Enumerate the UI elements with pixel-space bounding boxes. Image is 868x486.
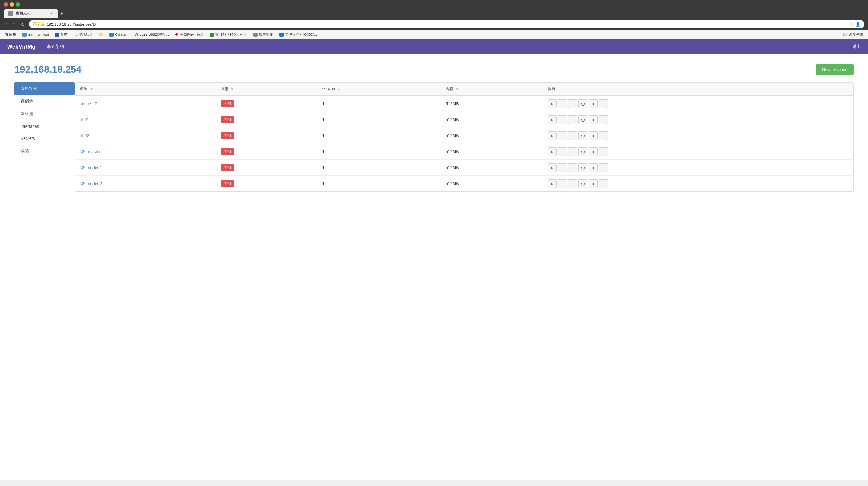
stop-button[interactable] <box>589 116 598 124</box>
app-logo[interactable]: WebVirtMgr <box>7 44 37 50</box>
sidebar-label-network-pool: 网络池 <box>21 111 33 116</box>
status-badge: 关闭 <box>221 148 234 155</box>
more-button[interactable] <box>599 179 608 188</box>
play-button[interactable] <box>548 116 557 124</box>
stop-button[interactable] <box>589 131 598 140</box>
bookmark-w-link[interactable]: W 0329 S9820替换... <box>133 31 170 38</box>
minimize-button[interactable] <box>10 2 14 7</box>
power-button[interactable] <box>578 163 587 172</box>
col-memory[interactable]: 内存 ▼ <box>441 83 543 96</box>
stop-button[interactable] <box>589 99 598 108</box>
pause-button[interactable] <box>558 116 567 124</box>
power-button[interactable] <box>578 131 587 140</box>
profile-icon[interactable]: 👤 <box>855 22 860 27</box>
youdao-icon: 有 <box>175 32 179 37</box>
bookmark-ip-link[interactable]: 10.143.214.25:8000 <box>209 32 249 37</box>
power-button[interactable] <box>578 147 587 156</box>
sidebar-item-interfaces[interactable]: Interfaces <box>14 120 75 132</box>
instances-tbody: centos_7关闭1512MBdb01关闭1512MBdb02关闭1512MB… <box>75 96 853 191</box>
sidebar-item-storage-pool[interactable]: 存储池 <box>14 95 75 108</box>
bookmark-baidu-yunwei[interactable]: baidu yunwei <box>21 32 50 37</box>
bookmark-w-label: 0329 S9820替换... <box>140 32 169 37</box>
memory-sort-icon: ▼ <box>456 87 459 91</box>
pause-button[interactable] <box>558 179 567 188</box>
play-button[interactable] <box>548 131 557 140</box>
bookmark-baidu-search[interactable]: 百度一下，你就知道 <box>54 31 94 38</box>
more-button[interactable] <box>599 116 608 124</box>
sidebar-item-overview[interactable]: 概览 <box>14 144 75 157</box>
action-buttons <box>548 163 848 172</box>
pause-button[interactable] <box>558 131 567 140</box>
bookmark-folder[interactable]: 📁 <box>98 32 104 37</box>
pause-button[interactable] <box>558 99 567 108</box>
logout-button[interactable]: 退出 <box>852 44 861 50</box>
close-button[interactable] <box>4 2 8 7</box>
bookmark-youdao[interactable]: 有 在线翻译_有道 <box>174 31 205 38</box>
instance-name-link[interactable]: k8s-master <box>80 149 101 154</box>
sidebar-item-vm-instances[interactable]: 虚机实例 <box>14 82 75 95</box>
bookmark-vm-link[interactable]: 虚机实例 <box>252 31 275 38</box>
play-button[interactable] <box>548 99 557 108</box>
stop-button[interactable] <box>589 163 598 172</box>
more-button[interactable] <box>599 163 608 172</box>
bookmark-apps[interactable]: ⊞ 应用 <box>4 31 18 38</box>
address-bar[interactable]: 不安全 192.168.18.254/instances/1/ ☆ 👤 <box>29 20 864 28</box>
col-name[interactable]: 名称 ▼ <box>75 83 216 96</box>
tab-close-button[interactable]: ✕ <box>50 11 53 16</box>
page-header: 192.168.18.254 New Instance <box>14 64 854 75</box>
instance-name-link[interactable]: centos_7 <box>80 101 97 106</box>
instance-name-link[interactable]: db01 <box>80 117 89 122</box>
vcpus-cell: 1 <box>317 144 441 160</box>
new-instance-button[interactable]: New Instance <box>816 64 854 75</box>
forward-button[interactable]: › <box>11 21 16 27</box>
pause-button[interactable] <box>558 147 567 156</box>
action-buttons <box>548 147 848 156</box>
active-tab[interactable]: 虚机实例 ✕ <box>4 9 58 18</box>
migrate-button[interactable] <box>568 163 577 172</box>
bookmark-youdao-label: 在线翻译_有道 <box>180 32 204 37</box>
pause-button[interactable] <box>558 163 567 172</box>
action-buttons <box>548 116 848 124</box>
refresh-button[interactable]: ↻ <box>19 21 27 28</box>
play-button[interactable] <box>548 179 557 188</box>
migrate-button[interactable] <box>568 147 577 156</box>
browser-chrome: 虚机实例 ✕ + <box>0 0 868 18</box>
power-button[interactable] <box>578 116 587 124</box>
bookmark-reading-list[interactable]: 📖 读取列表 <box>842 31 864 38</box>
vm-link-icon <box>253 33 258 37</box>
folder-icon: 📁 <box>99 33 103 37</box>
instance-name-link[interactable]: k8s-node02 <box>80 181 102 186</box>
sidebar-item-secrets[interactable]: Secrets <box>14 132 75 144</box>
status-badge: 关闭 <box>221 100 234 107</box>
kuboard-icon <box>110 33 114 37</box>
migrate-button[interactable] <box>568 99 577 108</box>
col-vcpus[interactable]: VCPUs ▼ <box>317 83 441 96</box>
migrate-button[interactable] <box>568 131 577 140</box>
tab-row: 虚机实例 ✕ + <box>4 9 864 18</box>
col-status[interactable]: 状态 ▼ <box>216 83 317 96</box>
instance-name-link[interactable]: k8s-node01 <box>80 165 102 170</box>
bookmark-star-icon[interactable]: ☆ <box>850 22 854 27</box>
stop-button[interactable] <box>589 179 598 188</box>
bookmark-kodbox[interactable]: 文件管理 - kodbox... <box>278 31 318 38</box>
back-button[interactable]: ‹ <box>4 21 9 27</box>
new-tab-button[interactable]: + <box>58 9 66 18</box>
play-button[interactable] <box>548 147 557 156</box>
instances-table-container: 名称 ▼ 状态 ▼ VCPUs ▼ 内存 ▼ 执行 centos_7关闭1512… <box>75 82 854 192</box>
nav-infrastructure[interactable]: 基础架构 <box>47 43 64 51</box>
play-button[interactable] <box>548 163 557 172</box>
migrate-button[interactable] <box>568 116 577 124</box>
baidu-yunwei-icon <box>22 33 27 37</box>
more-button[interactable] <box>599 147 608 156</box>
more-button[interactable] <box>599 99 608 108</box>
more-button[interactable] <box>599 131 608 140</box>
power-button[interactable] <box>578 99 587 108</box>
stop-button[interactable] <box>589 147 598 156</box>
bookmark-kuboard[interactable]: Kuboard <box>108 32 130 37</box>
sidebar-label-vm-instances: 虚机实例 <box>21 86 37 91</box>
migrate-button[interactable] <box>568 179 577 188</box>
instance-name-link[interactable]: db02 <box>80 133 89 138</box>
sidebar-item-network-pool[interactable]: 网络池 <box>14 108 75 120</box>
power-button[interactable] <box>578 179 587 188</box>
maximize-button[interactable] <box>16 2 20 7</box>
